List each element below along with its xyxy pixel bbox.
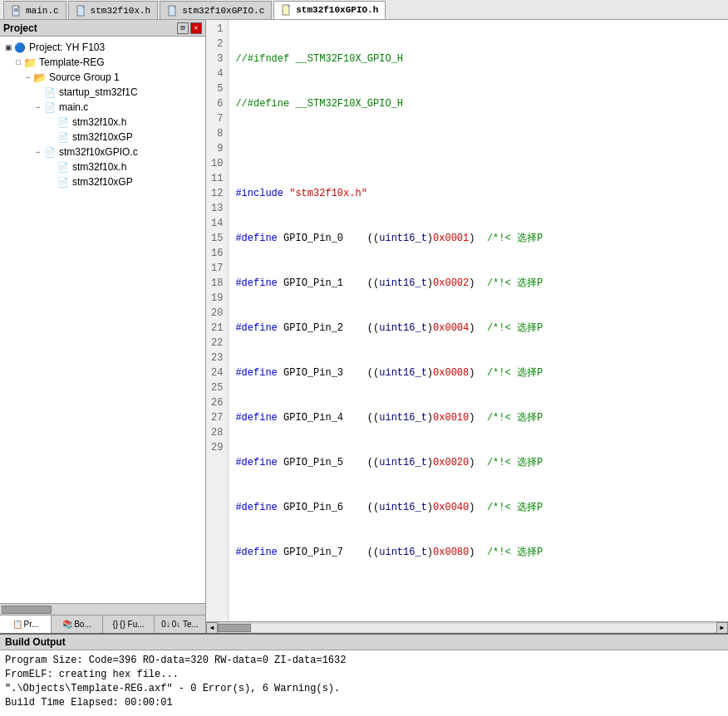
build-line-3: ".\Objects\Template-REG.axf" - 0 Error(s…	[5, 682, 723, 696]
tree-label-stm32f10x-h2: stm32f10x.h	[72, 161, 126, 173]
build-line-1: Program Size: Code=396 RO-data=320 RW-da…	[5, 654, 723, 668]
startup-file-icon: 📄	[43, 86, 57, 99]
expander-project[interactable]: ▣	[3, 42, 13, 52]
code-line-9: #define GPIO_Pin_4 ((uint16_t)0x0010) /*…	[235, 410, 721, 425]
code-line-2: //#define __STM32F10X_GPIO_H	[235, 96, 721, 111]
bottom-tab-bo-icon: 📚	[62, 620, 72, 629]
gpio-c-icon: 📄	[43, 145, 57, 159]
template-icon: 📁	[23, 56, 37, 69]
code-line-4: #include "stm32f10x.h"	[235, 186, 721, 201]
bottom-tab-pr-icon: 📋	[12, 620, 22, 629]
tree-item-stm32f10x-h-main[interactable]: 📄 stm32f10x.h	[0, 115, 205, 130]
bottom-tab-fu-label: {} Fu...	[120, 620, 144, 629]
bottom-tab-fu-icon: {}	[112, 620, 118, 629]
tree-container[interactable]: ▣ 🔵 Project: YH F103 □ 📁 Template-REG − …	[0, 37, 205, 603]
tree-label-gpio-c: stm32f10xGPIO.c	[59, 146, 138, 158]
build-line-2: FromELF: creating hex file...	[5, 668, 723, 682]
build-output-text: Program Size: Code=396 RO-data=320 RW-da…	[0, 650, 728, 716]
code-line-11: #define GPIO_Pin_6 ((uint16_t)0x0040) /*…	[235, 500, 721, 515]
tree-item-stm32f10xgp-gpio[interactable]: 📄 stm32f10xGP	[0, 174, 205, 189]
main-content: Project ⊟ ✕ ▣ 🔵 Project: YH F103 □ 📁 Tem…	[0, 20, 728, 633]
expander-source[interactable]: −	[23, 72, 33, 82]
build-output-title: Build Output	[0, 635, 728, 650]
bottom-tab-project[interactable]: 📋 Pr...	[0, 615, 52, 633]
project-panel: Project ⊟ ✕ ▣ 🔵 Project: YH F103 □ 📁 Tem…	[0, 20, 206, 633]
bottom-tab-books[interactable]: 📚 Bo...	[52, 615, 103, 633]
tree-label-main-c: main.c	[59, 101, 88, 113]
tree-label-template: Template-REG	[39, 56, 105, 68]
expander-stm32h	[47, 117, 57, 127]
project-root-icon: 🔵	[13, 41, 27, 54]
tree-item-startup[interactable]: 📄 startup_stm32f1C	[0, 85, 205, 100]
build-output: Build Output Program Size: Code=396 RO-d…	[0, 633, 728, 716]
expander-main[interactable]: −	[33, 102, 43, 112]
code-line-10: #define GPIO_Pin_5 ((uint16_t)0x0020) /*…	[235, 455, 721, 470]
h-scroll-track[interactable]	[218, 624, 716, 632]
tree-item-stm32f10xgp-main[interactable]: 📄 stm32f10xGP	[0, 130, 205, 145]
tree-scrollbar[interactable]	[0, 603, 205, 615]
tree-item-template[interactable]: □ 📁 Template-REG	[0, 55, 205, 70]
panel-controls: ⊟ ✕	[177, 22, 202, 34]
code-line-12: #define GPIO_Pin_7 ((uint16_t)0x0080) /*…	[235, 545, 721, 560]
code-line-7: #define GPIO_Pin_2 ((uint16_t)0x0004) /*…	[235, 321, 721, 336]
file-icon-2	[76, 5, 87, 17]
tree-label-stm32f10x-h: stm32f10x.h	[72, 116, 126, 128]
code-area[interactable]: 1 2 3 4 5 6 7 8 9 10 11 12 13 14 15 16 1…	[206, 20, 728, 621]
stm32gp-icon1: 📄	[57, 130, 70, 144]
tree-item-main-c[interactable]: − 📄 main.c	[0, 100, 205, 115]
tree-label-project: Project: YH F103	[29, 42, 105, 53]
source-group-icon: 📂	[33, 71, 47, 84]
bottom-tab-pr-label: Pr...	[24, 620, 39, 629]
expander-template[interactable]: □	[13, 57, 23, 67]
tab-bar: main.c stm32f10x.h stm32f10xGPIO.c stm32…	[0, 0, 728, 20]
tab-stm32f10x-h[interactable]: stm32f10x.h	[68, 1, 159, 19]
stm32h-icon2: 📄	[57, 160, 70, 174]
h-scrollbar[interactable]: ◀ ▶	[206, 621, 728, 633]
code-line-5: #define GPIO_Pin_0 ((uint16_t)0x0001) /*…	[235, 231, 721, 246]
tree-item-stm32f10x-h-gpio[interactable]: 📄 stm32f10x.h	[0, 159, 205, 174]
h-scroll-right[interactable]: ▶	[716, 622, 728, 634]
stm32gp-icon2: 📄	[57, 175, 70, 189]
tab-stm32f10xgpio-c[interactable]: stm32f10xGPIO.c	[160, 1, 272, 19]
code-line-1: //#ifndef __STM32F10X_GPIO_H	[235, 51, 721, 66]
tab-main-c-label: main.c	[26, 6, 59, 16]
file-icon	[11, 5, 22, 17]
code-line-13	[235, 590, 721, 605]
tab-main-c[interactable]: main.c	[3, 1, 66, 19]
tree-label-stm32f10xgp1: stm32f10xGP	[72, 131, 133, 143]
bottom-tab-te-label: 0↓ Te...	[172, 620, 199, 629]
file-icon-4	[281, 4, 293, 16]
tab-stm32f10xgpio-c-label: stm32f10xGPIO.c	[182, 6, 264, 16]
expander-stm32gp1	[47, 132, 57, 142]
scrollbar-thumb[interactable]	[2, 606, 52, 614]
tab-stm32f10xgpio-h-label: stm32f10xGPIO.h	[296, 5, 378, 15]
code-line-3	[235, 141, 721, 156]
code-line-8: #define GPIO_Pin_3 ((uint16_t)0x0008) /*…	[235, 365, 721, 380]
stm32h-icon1: 📄	[57, 115, 70, 129]
panel-title-bar: Project ⊟ ✕	[0, 20, 205, 37]
file-icon-3	[167, 5, 179, 17]
build-line-4: Build Time Elapsed: 00:00:01	[5, 696, 723, 710]
tree-item-source-group[interactable]: − 📂 Source Group 1	[0, 70, 205, 85]
tree-item-project[interactable]: ▣ 🔵 Project: YH F103	[0, 40, 205, 55]
tree-item-stm32gpio-c[interactable]: − 📄 stm32f10xGPIO.c	[0, 145, 205, 159]
tree-label-stm32f10xgp2: stm32f10xGP	[72, 176, 133, 188]
tree-label-source-group: Source Group 1	[49, 71, 120, 83]
bottom-tab-templates[interactable]: 0↓ 0↓ Te...	[155, 615, 205, 633]
h-scroll-left[interactable]: ◀	[206, 622, 218, 634]
code-content[interactable]: //#ifndef __STM32F10X_GPIO_H //#define _…	[229, 20, 728, 621]
panel-pin-btn[interactable]: ⊟	[177, 22, 189, 34]
tree-label-startup: startup_stm32f1C	[59, 86, 138, 98]
expander-stm32gp2	[47, 177, 57, 187]
bottom-tab-bo-label: Bo...	[74, 620, 91, 629]
h-scroll-thumb[interactable]	[218, 624, 251, 632]
panel-close-btn[interactable]: ✕	[190, 22, 202, 34]
expander-gpio-c[interactable]: −	[33, 147, 43, 157]
main-c-icon: 📄	[43, 101, 57, 114]
bottom-tab-te-icon: 0↓	[161, 620, 170, 629]
line-numbers: 1 2 3 4 5 6 7 8 9 10 11 12 13 14 15 16 1…	[206, 20, 229, 621]
tab-stm32f10xgpio-h[interactable]: stm32f10xGPIO.h	[273, 1, 386, 19]
expander-stm32h2	[47, 162, 57, 172]
bottom-tabs: 📋 Pr... 📚 Bo... {} {} Fu... 0↓ 0↓ Te...	[0, 615, 205, 633]
bottom-tab-functions[interactable]: {} {} Fu...	[103, 615, 155, 633]
